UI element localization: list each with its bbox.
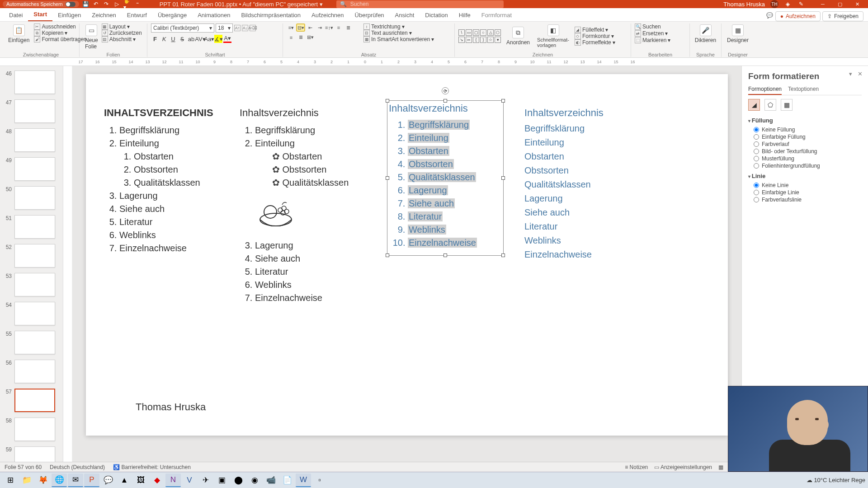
smartart-button[interactable]: ▦In SmartArt konvertieren ▾ xyxy=(363,36,434,42)
tab-start[interactable]: Start xyxy=(28,8,52,21)
clear-format-icon[interactable]: A⌫ xyxy=(250,25,256,31)
visio-icon[interactable]: V xyxy=(182,474,197,487)
share-button[interactable]: ⇪ Freigeben xyxy=(822,11,863,21)
telegram-icon[interactable]: ✈ xyxy=(198,474,213,487)
select-button[interactable]: ⬚Markieren ▾ xyxy=(635,37,686,43)
fill-option-3[interactable]: Bild- oder Texturfüllung xyxy=(754,148,862,155)
thumbnail-52[interactable]: 52 xyxy=(0,241,63,270)
align-left-button[interactable]: ≡ xyxy=(334,23,343,32)
record-button[interactable]: ● Aufzeichnen xyxy=(775,11,821,21)
thumbnail-50[interactable]: 50 xyxy=(0,183,63,212)
vlc-icon[interactable]: ▲ xyxy=(117,474,132,487)
autosave-toggle[interactable]: Automatisches Speichern xyxy=(3,1,79,7)
adobe-icon[interactable]: ◆ xyxy=(149,474,165,487)
line-spacing-button[interactable]: ≡↕▾ xyxy=(325,23,334,32)
arrange-button[interactable]: ⧉Anordnen xyxy=(505,26,532,47)
quick-styles-button[interactable]: ◧Schnellformat- vorlagen xyxy=(535,23,571,49)
align-center-button[interactable]: ≣ xyxy=(344,23,353,32)
tab-bildschirmpraesentation[interactable]: Bildschirmpräsentation xyxy=(236,9,306,21)
shape-fill-button[interactable]: ◢Fülleffekt ▾ xyxy=(575,27,615,33)
app2-icon[interactable]: ▣ xyxy=(214,474,230,487)
comments-icon[interactable]: 💬 xyxy=(766,11,774,19)
document-title[interactable]: PPT 01 Roter Faden 001.pptx • Auf "diese… xyxy=(160,1,323,8)
slide-canvas[interactable]: INHALTSVERZEICHNIS Begriffsklärung Einte… xyxy=(72,66,741,488)
normal-view-icon[interactable]: ▦ xyxy=(718,464,723,470)
thumbnail-49[interactable]: 49 xyxy=(0,155,63,183)
shapes-gallery[interactable]: \▭▢○△⬡ ↘⬰{}☆▾ xyxy=(458,29,501,43)
notes-button[interactable]: ≡ Notizen xyxy=(625,464,648,470)
char-spacing-button[interactable]: AV▾ xyxy=(196,35,204,43)
textbox-col4[interactable]: Inhaltsverzeichnis Begriffsklärung Einte… xyxy=(524,106,637,262)
decrease-font-icon[interactable]: A↓ xyxy=(242,25,248,31)
tab-aufzeichnen[interactable]: Aufzeichnen xyxy=(306,9,349,21)
thumbnail-55[interactable]: 55 xyxy=(0,328,63,357)
thumbnail-56[interactable]: 56 xyxy=(0,357,63,386)
thumbnail-46[interactable]: 46 xyxy=(0,68,63,97)
find-button[interactable]: 🔍Suchen xyxy=(635,23,686,30)
app4-icon[interactable]: ▫ xyxy=(312,474,327,487)
strike-button[interactable]: S̶ xyxy=(178,35,186,43)
new-slide-button[interactable]: ▭Neue Folie xyxy=(83,23,100,51)
thumbnail-48[interactable]: 48 xyxy=(0,126,63,155)
justify-button[interactable]: ≣ xyxy=(296,33,305,42)
tab-einfuegen[interactable]: Einfügen xyxy=(52,9,86,21)
cut-button[interactable]: ✂Ausschneiden xyxy=(34,23,86,30)
tab-entwurf[interactable]: Entwurf xyxy=(122,9,152,21)
app-icon[interactable]: 💬 xyxy=(100,474,116,487)
thumbnail-47[interactable]: 47 xyxy=(0,97,63,126)
textbox-col1[interactable]: INHALTSVERZEICHNIS Begriffsklärung Einte… xyxy=(104,106,231,255)
line-option-2[interactable]: Farbverlaufslinie xyxy=(754,197,862,203)
tab-uebergaenge[interactable]: Übergänge xyxy=(152,9,192,21)
panel-close-icon[interactable]: ✕ xyxy=(858,70,863,77)
tab-formformat[interactable]: Formformat xyxy=(476,9,517,21)
tab-hilfe[interactable]: Hilfe xyxy=(453,9,476,21)
decrease-indent-button[interactable]: ⇤ xyxy=(306,23,315,32)
size-props-icon[interactable]: ▦ xyxy=(781,99,793,111)
ribbon-mode-icon[interactable]: ✎ xyxy=(797,0,805,8)
start-button[interactable]: ⊞ xyxy=(3,474,18,487)
bold-button[interactable]: F xyxy=(151,35,159,43)
user-name[interactable]: Thomas Hruska xyxy=(723,1,765,8)
line-option-1[interactable]: Einfarbige Linie xyxy=(754,189,862,196)
fill-option-1[interactable]: Einfarbige Füllung xyxy=(754,134,862,140)
section-button[interactable]: ▤Abschnitt ▾ xyxy=(102,36,142,42)
align-text-button[interactable]: ⊟Text ausrichten ▾ xyxy=(363,30,434,36)
onenote-icon[interactable]: N xyxy=(165,474,181,487)
section-fuellung[interactable]: Füllung xyxy=(748,117,862,124)
zoom-icon[interactable]: 📹 xyxy=(263,474,278,487)
font-color-button[interactable]: A▾ xyxy=(223,35,231,43)
app3-icon[interactable]: ◉ xyxy=(247,474,262,487)
outlook-icon[interactable]: ✉ xyxy=(68,474,83,487)
designer-button[interactable]: ▦Designer xyxy=(725,23,750,44)
powerpoint-icon[interactable]: P xyxy=(84,474,99,487)
coming-soon-icon[interactable]: ◈ xyxy=(784,0,792,8)
tab-dictation[interactable]: Dictation xyxy=(420,9,453,21)
fill-option-4[interactable]: Musterfüllung xyxy=(754,155,862,162)
qat-customize-icon[interactable]: ⁼ xyxy=(134,0,142,8)
word-icon[interactable]: W xyxy=(296,474,311,487)
tab-ansicht[interactable]: Ansicht xyxy=(390,9,420,21)
fill-option-5[interactable]: Folienhintergrundfüllung xyxy=(754,163,862,169)
firefox-icon[interactable]: 🦊 xyxy=(35,474,51,487)
language-status[interactable]: Deutsch (Deutschland) xyxy=(50,464,105,470)
chrome-icon[interactable]: 🌐 xyxy=(52,474,67,487)
thumbnail-57[interactable]: 57 xyxy=(0,386,63,415)
dictate-button[interactable]: 🎤Diktieren xyxy=(693,23,717,44)
webcam-overlay[interactable] xyxy=(728,386,868,472)
user-avatar[interactable]: TH xyxy=(770,0,778,8)
shape-effects-button[interactable]: ◐Formeffekte ▾ xyxy=(575,39,615,46)
paste-button[interactable]: 📋Einfügen xyxy=(6,23,31,44)
replace-button[interactable]: ⇄Ersetzen ▾ xyxy=(635,30,686,37)
underline-button[interactable]: U xyxy=(169,35,177,43)
shape-outline-button[interactable]: ◇Formkontur ▾ xyxy=(575,33,615,39)
bullets-button[interactable]: ≡▾ xyxy=(287,23,296,32)
copy-button[interactable]: ⧉Kopieren ▾ xyxy=(34,30,86,36)
thumbnail-58[interactable]: 58 xyxy=(0,415,63,444)
font-size-select[interactable]: 18▾ xyxy=(216,23,233,33)
effects-icon[interactable]: ⬠ xyxy=(764,99,776,111)
thumbnail-53[interactable]: 53 xyxy=(0,270,63,299)
search-box[interactable]: 🔍 Suchen xyxy=(336,0,504,8)
columns-button[interactable]: ⊞▾ xyxy=(306,33,315,42)
slide-thumbnails[interactable]: 4647484950515253545556575859 xyxy=(0,66,63,488)
panel-options-icon[interactable]: ▾ xyxy=(849,70,852,77)
